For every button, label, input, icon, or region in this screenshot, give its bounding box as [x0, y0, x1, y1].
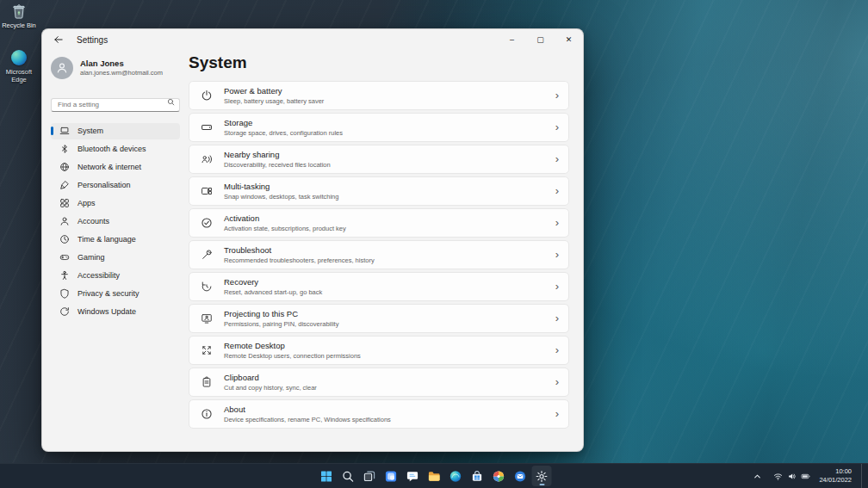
taskbar-file-explorer-button[interactable]: [425, 466, 444, 486]
card-subtitle: Snap windows, desktops, task switching: [224, 193, 338, 201]
card-subtitle: Permissions, pairing PIN, discoverabilit…: [224, 320, 338, 328]
sidebar-nav: SystemBluetooth & devicesNetwork & inter…: [51, 123, 180, 320]
desktop-icon-microsoft-edge[interactable]: Microsoft Edge: [0, 49, 38, 83]
settings-card-multi-tasking[interactable]: Multi-taskingSnap windows, desktops, tas…: [189, 176, 569, 206]
settings-card-remote-desktop[interactable]: Remote DesktopRemote Desktop users, conn…: [189, 336, 569, 365]
taskbar-store-button[interactable]: [468, 466, 487, 486]
minimize-button[interactable]: –: [498, 29, 526, 50]
sidebar-item-apps[interactable]: Apps: [51, 195, 180, 212]
system-icon: [59, 126, 70, 136]
apps-icon: [59, 198, 70, 208]
taskbar-mail-button[interactable]: [511, 466, 530, 486]
settings-card-about[interactable]: AboutDevice specifications, rename PC, W…: [189, 399, 569, 429]
recovery-icon: [201, 281, 213, 293]
settings-card-projecting-to-this-pc[interactable]: Projecting to this PCPermissions, pairin…: [189, 304, 569, 333]
close-button[interactable]: ✕: [555, 29, 583, 50]
volume-icon: [787, 472, 797, 481]
sidebar-item-network-and-internet[interactable]: Network & internet: [51, 159, 180, 176]
card-subtitle: Storage space, drives, configuration rul…: [224, 129, 343, 137]
taskbar-search-button[interactable]: [338, 466, 358, 486]
settings-card-recovery[interactable]: RecoveryReset, advanced start-up, go bac…: [189, 272, 569, 301]
personalisation-icon: [59, 180, 70, 190]
taskbar-photos-button[interactable]: [489, 466, 509, 486]
taskbar-settings-button[interactable]: [532, 466, 552, 486]
titlebar: Settings – ▢ ✕: [42, 29, 583, 50]
settings-card-nearby-sharing[interactable]: Nearby sharingDiscoverability, received …: [189, 145, 569, 174]
nearby-sharing-icon: [201, 153, 213, 165]
settings-sidebar: Alan Jones alan.jones.wm@hotmail.com Sys…: [42, 50, 187, 451]
system-tray: 10:00 24/01/2022: [750, 464, 865, 488]
start-icon: [320, 470, 333, 483]
maximize-button[interactable]: ▢: [526, 29, 555, 50]
search-input[interactable]: [51, 98, 180, 112]
multitasking-icon: [201, 185, 213, 197]
chevron-right-icon: ›: [555, 408, 559, 421]
chevron-right-icon: ›: [555, 376, 559, 389]
sidebar-item-time-and-language[interactable]: Time & language: [51, 232, 180, 248]
settings-card-list: Power & batterySleep, battery usage, bat…: [189, 81, 569, 429]
sidebar-item-system[interactable]: System: [51, 123, 180, 139]
network-wifi-icon: [773, 472, 783, 481]
back-button[interactable]: [53, 34, 65, 46]
show-desktop-button[interactable]: [861, 464, 865, 488]
chevron-right-icon: ›: [555, 121, 559, 134]
accounts-icon: [59, 216, 70, 226]
search-icon: [342, 470, 355, 483]
photos-icon: [493, 470, 505, 483]
card-subtitle: Discoverability, received files location: [224, 161, 331, 169]
taskbar-edge-button[interactable]: [446, 466, 466, 486]
chevron-right-icon: ›: [555, 217, 559, 230]
sidebar-item-label: Network & internet: [78, 163, 141, 171]
sidebar-item-label: Bluetooth & devices: [78, 145, 146, 153]
desktop-icon-label: Recycle Bin: [2, 22, 36, 29]
avatar: [51, 57, 73, 79]
gaming-icon: [59, 252, 70, 263]
sidebar-item-gaming[interactable]: Gaming: [51, 250, 180, 266]
chevron-right-icon: ›: [555, 249, 559, 262]
sidebar-item-privacy-and-security[interactable]: Privacy & security: [51, 286, 180, 302]
card-title: Power & battery: [224, 86, 324, 96]
sidebar-item-accounts[interactable]: Accounts: [51, 213, 180, 230]
accessibility-icon: [59, 270, 70, 281]
clipboard-icon: [201, 376, 213, 388]
sidebar-item-label: Personalisation: [78, 181, 131, 189]
window-controls: – ▢ ✕: [498, 29, 583, 50]
settings-card-clipboard[interactable]: ClipboardCut and copy history, sync, cle…: [189, 368, 569, 397]
tray-status-button[interactable]: [771, 470, 813, 483]
card-subtitle: Activation state, subscriptions, product…: [224, 225, 346, 232]
sidebar-item-personalisation[interactable]: Personalisation: [51, 177, 180, 194]
settings-card-troubleshoot[interactable]: TroubleshootRecommended troubleshooters,…: [189, 240, 569, 269]
sidebar-item-bluetooth-and-devices[interactable]: Bluetooth & devices: [51, 141, 180, 158]
task-view-icon: [363, 470, 376, 483]
desktop-icon-label: Microsoft Edge: [0, 68, 38, 83]
privacy-icon: [59, 288, 70, 299]
search-box: [51, 95, 180, 112]
sidebar-item-label: Accounts: [78, 217, 109, 225]
user-profile[interactable]: Alan Jones alan.jones.wm@hotmail.com: [51, 57, 180, 79]
store-icon: [471, 470, 484, 483]
desktop-icon-recycle-bin[interactable]: Recycle Bin: [0, 3, 38, 29]
card-subtitle: Reset, advanced start-up, go back: [224, 288, 322, 296]
file-explorer-icon: [428, 470, 441, 483]
sidebar-item-accessibility[interactable]: Accessibility: [51, 268, 180, 284]
chevron-right-icon: ›: [555, 185, 559, 198]
windows-update-icon: [59, 306, 70, 317]
power-icon: [201, 90, 213, 102]
settings-card-power-and-battery[interactable]: Power & batterySleep, battery usage, bat…: [189, 81, 569, 110]
settings-card-activation[interactable]: ActivationActivation state, subscription…: [189, 208, 569, 238]
taskbar-task-view-button[interactable]: [360, 466, 380, 486]
taskbar-start-button[interactable]: [317, 466, 337, 486]
tray-show-hidden-icons-button[interactable]: [750, 470, 765, 483]
sidebar-item-windows-update[interactable]: Windows Update: [51, 304, 180, 320]
settings-window: Settings – ▢ ✕ Alan Jones alan.jones.w: [41, 28, 584, 452]
clock[interactable]: 10:00 24/01/2022: [819, 467, 855, 485]
selected-indicator: [51, 127, 53, 135]
time-language-icon: [59, 234, 70, 244]
taskbar-chat-button[interactable]: [403, 466, 423, 486]
settings-card-storage[interactable]: StorageStorage space, drives, configurat…: [189, 113, 569, 142]
user-name: Alan Jones: [80, 59, 163, 69]
network-icon: [59, 162, 70, 172]
settings-main: System Power & batterySleep, battery usa…: [187, 50, 583, 451]
sidebar-item-label: Privacy & security: [78, 289, 140, 298]
taskbar-widgets-button[interactable]: [381, 466, 401, 486]
